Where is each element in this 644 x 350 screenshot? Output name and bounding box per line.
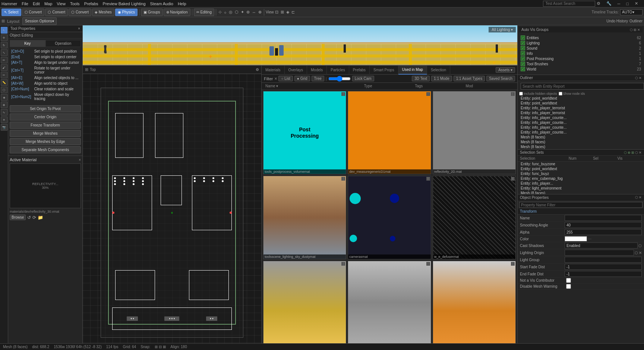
edit-icon[interactable]: ✏	[1, 57, 7, 63]
tool-icon-7[interactable]: ↔	[252, 10, 256, 15]
asset-item-8[interactable]: ⋮	[348, 261, 431, 344]
prop-check-disable-mesh[interactable]	[566, 284, 571, 289]
window-close[interactable]: ✕	[635, 1, 638, 6]
outliner-search-input[interactable]	[521, 83, 644, 90]
viewport-2d-settings[interactable]: ⚙	[256, 68, 259, 72]
vis-check-lighting[interactable]	[521, 41, 525, 45]
center-origin-btn[interactable]: Center Origin	[10, 113, 81, 121]
asset-icon-7[interactable]: ⋮	[341, 262, 345, 266]
view-icon-4[interactable]: ⊏	[291, 10, 295, 15]
outliner-item-4[interactable]: Entity: info_player_terrorist	[518, 110, 644, 115]
navigation-button[interactable]: ⊕ Navigation	[164, 9, 190, 16]
prop-value-cast-shadows[interactable]	[565, 243, 638, 249]
tool-icon-4[interactable]: ⬡	[235, 10, 239, 15]
assets-button[interactable]: Assets ▾	[496, 67, 515, 73]
select-button[interactable]: ↖ Select	[1, 9, 21, 16]
filter-grid-btn[interactable]: ● Grid	[294, 76, 310, 81]
sel-sets-icon2[interactable]: ⊕	[628, 151, 631, 154]
menu-help[interactable]: Help	[178, 1, 186, 6]
browse-button[interactable]: Browse	[10, 215, 26, 220]
merge-meshes-btn[interactable]: Merge Meshes	[10, 130, 81, 137]
tool-icon-2[interactable]: ⟐	[224, 10, 227, 15]
physics-button[interactable]: ◉ Physics	[115, 9, 138, 16]
groups-button[interactable]: ▣ Groups	[141, 9, 163, 16]
3d-text-btn[interactable]: 3D Text	[412, 76, 430, 81]
prop-value-end-fade[interactable]	[565, 271, 642, 277]
undo-history-button[interactable]: Undo History	[606, 19, 628, 23]
asset-item-post-proc[interactable]: PostProcessing tools_postprocess_volumem…	[263, 91, 346, 174]
outliner-expand-icon[interactable]: ⬡	[635, 76, 638, 80]
menu-file[interactable]: File	[22, 1, 28, 6]
sel-item-mesh-8faces[interactable]: Mesh (8 faces)	[518, 191, 644, 194]
snap-icon-1[interactable]: ⊞	[155, 345, 158, 349]
sel-item-light-env[interactable]: Entity: light_environment	[518, 186, 644, 191]
sel-item-info-player[interactable]: Entity: info_player...	[518, 181, 644, 186]
menu-edit[interactable]: Edit	[33, 1, 40, 6]
prop-value-smoothing[interactable]	[565, 222, 642, 228]
vis-check-post[interactable]	[521, 56, 525, 61]
outliner-item-5[interactable]: Entity: info_player_counte...	[518, 115, 644, 120]
mat-icon-2[interactable]: ⟳	[32, 215, 36, 220]
menu-map[interactable]: Map	[44, 1, 52, 6]
snap-icon-2[interactable]: ⊟	[159, 345, 162, 349]
tool-icon-5[interactable]: ✦	[241, 10, 244, 15]
prop-value-name[interactable]	[565, 215, 642, 221]
lighting-origin-icon2[interactable]: ✕	[639, 251, 642, 255]
asset-item-7[interactable]: ⋮	[263, 261, 346, 344]
outliner-item-mesh1[interactable]: Mesh (8 faces)	[518, 135, 644, 140]
editing-button[interactable]: ✏ Editing	[194, 9, 214, 16]
sel-item-env-cubemap[interactable]: Entity: env_cubemap_fog	[518, 176, 644, 181]
paint-icon[interactable]: 🖌	[1, 64, 7, 71]
merge-meshes-edge-btn[interactable]: Merge Meshes by Edge	[10, 138, 81, 145]
outliner-item-6[interactable]: Entity: info_player_counte...	[518, 120, 644, 125]
viewport-3d[interactable]: + + All Lighting ▾	[83, 25, 517, 66]
asset-item-orange[interactable]: dev_measuregenericD1mat ⋮	[348, 91, 431, 174]
freeze-transform-btn[interactable]: Freeze Transform	[10, 122, 81, 129]
asset-icon-3[interactable]: ⋮	[511, 92, 515, 96]
clip-icon[interactable]: ✂	[1, 72, 7, 78]
outliner-item-2[interactable]: Entity: point_worldtext	[518, 101, 644, 106]
meshes-button[interactable]: ◈ Meshes	[92, 9, 114, 16]
path-icon[interactable]: ∿	[1, 109, 7, 116]
light-icon[interactable]: ☀	[1, 116, 7, 123]
lighting-origin-icon1[interactable]: ⬡	[635, 251, 638, 255]
measure-icon[interactable]: 📏	[1, 79, 7, 86]
outliner-close-icon[interactable]: ✕	[639, 76, 642, 80]
asset-icon-4[interactable]: ⋮	[341, 177, 345, 181]
menu-tools[interactable]: Tools	[70, 1, 80, 6]
tab-used-in-map[interactable]: Used in Map	[398, 66, 427, 75]
view-icon-1[interactable]: ⊡	[275, 10, 278, 15]
col-type[interactable]: Type	[363, 84, 413, 88]
convert-button-2[interactable]: ⬡ Convert	[45, 9, 68, 16]
camera-icon[interactable]: 📷	[1, 124, 7, 131]
viewport-lighting-label[interactable]: All Lighting ▾	[489, 27, 516, 32]
asset-icon-1[interactable]: ⋮	[341, 92, 345, 96]
tool-icon-3[interactable]: ◎	[229, 10, 233, 15]
vis-check-world[interactable]	[521, 67, 525, 71]
prop-value-start-fade[interactable]	[565, 264, 642, 270]
separate-mesh-btn[interactable]: Separate Mesh Components	[10, 146, 81, 153]
vis-check-tool-brushes[interactable]	[521, 62, 525, 66]
tool-icon-6[interactable]: ⊛	[246, 10, 250, 15]
asset-icon-2[interactable]: ⋮	[426, 92, 430, 96]
asset-icon-5[interactable]: ⋮	[426, 177, 430, 181]
tab-selection[interactable]: Selection	[427, 66, 450, 75]
menu-preview-baked[interactable]: Preview Baked Lighting	[103, 1, 146, 6]
col-mod[interactable]: Mod	[464, 84, 515, 88]
show-node-ids-checkbox[interactable]	[559, 92, 562, 96]
convert-button-1[interactable]: ⬡ Convert	[22, 9, 45, 16]
prop-check-not-vis[interactable]	[566, 278, 571, 283]
overlay-icon[interactable]: ⊕	[1, 101, 7, 108]
asset-item-cameras[interactable]: camerasmat ⋮	[348, 176, 431, 259]
sel-item-func-buyzone[interactable]: Entity: func_buyzone	[518, 162, 644, 166]
tool-icon-1[interactable]: ⊹	[218, 10, 222, 15]
viewport-2d[interactable]: ⊞ Top ⚙	[83, 66, 262, 350]
prop-value-alpha[interactable]	[565, 229, 642, 235]
outliner-item-1[interactable]: Entity: point_worldtext	[518, 96, 644, 101]
session-options-button[interactable]: Session Options▾	[22, 18, 57, 25]
vis-check-info[interactable]	[521, 51, 525, 56]
active-material-close[interactable]: ×	[79, 158, 81, 162]
snap-icon-3[interactable]: ⊠	[163, 345, 166, 349]
window-maximize[interactable]: □	[626, 1, 629, 6]
select-tool-icon[interactable]: ↖	[1, 27, 7, 34]
